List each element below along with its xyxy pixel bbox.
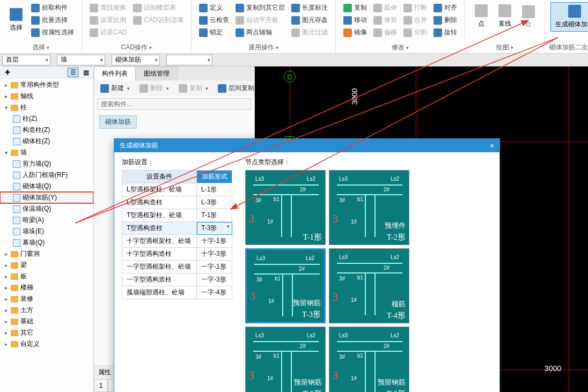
tree-door[interactable]: ▸门窗洞 <box>0 248 93 260</box>
settings-row[interactable]: 孤墙端部遇柱、砼墙一字-4形 <box>122 286 232 299</box>
tree-masonry-column[interactable]: 砌体柱(Z) <box>0 136 93 147</box>
node-type-thumb[interactable]: Ls3 Ls2 3# 2# 1# b1 3 预埋件 T-2形 <box>329 170 409 245</box>
settings-row[interactable]: 一字型遇框架柱、砼墙一字-1形 <box>122 261 232 273</box>
extend-button[interactable]: 延伸 <box>371 2 399 13</box>
line-button[interactable]: 直线 <box>494 2 516 31</box>
tree-column[interactable]: ▾柱 <box>0 102 93 113</box>
node-type-thumb[interactable]: Ls3 Ls2 3# 2# 1# b1 3 植筋 T-4形 <box>329 248 409 323</box>
tree-hidden-beam[interactable]: 暗梁(A) <box>0 215 93 226</box>
trim-button[interactable]: 修剪 <box>371 14 399 26</box>
tree-insulation-wall[interactable]: 保温墙(Q) <box>0 203 93 215</box>
col-form[interactable]: 加筋形式 <box>197 171 232 183</box>
define-button[interactable]: 定义 <box>197 2 231 13</box>
copy-icon <box>343 4 352 12</box>
lock-button[interactable]: 锁定 <box>197 27 231 38</box>
node-type-thumb[interactable]: Ls3 Ls2 3# 2# 1# b1 3 T-1形 <box>245 170 326 245</box>
tree-stair[interactable]: ▸楼梯 <box>0 282 93 293</box>
category-dropdown[interactable]: 墙 <box>57 55 105 65</box>
move-button[interactable]: 移动 <box>341 14 369 26</box>
settings-row[interactable]: 十字型遇框架柱、砼墙十字-1形 <box>122 235 232 248</box>
dialog-close-button[interactable]: × <box>490 142 494 150</box>
auto-level-button[interactable]: 自动平齐板 <box>233 14 287 26</box>
cad-options-button[interactable]: CAD识别选项 <box>131 14 185 26</box>
aux-axis-button[interactable]: 两点辅轴 <box>233 27 287 38</box>
tree-base[interactable]: ▸基础 <box>0 316 93 327</box>
restore-cad-button[interactable]: 还原CAD <box>87 27 129 38</box>
subtype-dropdown[interactable]: 砌体加筋 <box>112 55 160 65</box>
select-big-button[interactable]: 选择 <box>5 2 27 38</box>
node-type-thumb[interactable]: Ls3 Ls2 3# 2# 1# b1 3 预留钢筋 T-5形 <box>245 327 326 392</box>
mirror-button[interactable]: 镜像 <box>341 27 369 38</box>
break-button[interactable]: 打断 <box>401 2 429 13</box>
tree-wall-pier[interactable]: 墙垛(E) <box>0 226 93 237</box>
group-general-label: 通用操作 <box>196 42 331 53</box>
tree-masonry-wall[interactable]: 砌体墙(Q) <box>0 181 93 192</box>
context-dropdown-bar: 首层 墙 砌体加筋 <box>0 54 588 66</box>
tree-decor[interactable]: ▸装修 <box>0 293 93 305</box>
search-input[interactable] <box>97 98 251 110</box>
tree-custom[interactable]: ▸自定义 <box>0 338 93 350</box>
tree-slab[interactable]: ▸板 <box>0 271 93 282</box>
set-scale-button[interactable]: 设置比例 <box>87 14 129 26</box>
tree-earth[interactable]: ▸土方 <box>0 305 93 316</box>
settings-row[interactable]: T型遇构造柱T-3形 <box>122 222 232 235</box>
cloud-check-button[interactable]: 云检查 <box>197 14 231 26</box>
tree-other[interactable]: ▸其它 <box>0 327 93 338</box>
settings-row[interactable]: T型遇框架柱、砼墙T-1形 <box>122 209 232 222</box>
new-icon <box>100 84 109 93</box>
copy-to-layer-button[interactable]: 复制到其它层 <box>233 2 287 13</box>
tree-construct-column[interactable]: 构造柱(Z) <box>0 124 93 136</box>
select-by-prop-button[interactable]: 按属性选择 <box>29 27 76 38</box>
identify-floor-button[interactable]: 识别楼层表 <box>131 2 185 13</box>
floor-dropdown[interactable]: 首层 <box>2 55 50 65</box>
settings-row[interactable]: 一字型遇构造柱一字-3形 <box>122 273 232 286</box>
tab-drawing-manage[interactable]: 图纸管理 <box>136 66 178 80</box>
col-condition[interactable]: 设置条件 <box>122 171 197 183</box>
offset-button[interactable]: 偏移 <box>371 27 399 38</box>
tree-view-list-button[interactable]: ☰ <box>68 68 78 77</box>
generate-rebar-dialog: 生成砌体加筋 × 加筋设置： 设置条件 加筋形式 L型遇框架柱、砼墙L-1形L型… <box>114 138 500 392</box>
tree-curtain-wall[interactable]: 幕墙(Q) <box>0 237 93 248</box>
tree-defense-wall[interactable]: 人防门框墙(RF) <box>0 169 93 181</box>
delete-button[interactable]: 删除 <box>431 14 459 26</box>
tab-component-list[interactable]: 构件列表 <box>94 66 136 80</box>
column-icon <box>13 115 20 123</box>
tree-masonry-rebar[interactable]: 砌体加筋(Y) <box>0 192 93 203</box>
delete-comp-button[interactable]: 删除 <box>137 83 171 94</box>
tree-column-z[interactable]: 柱(Z) <box>0 113 93 124</box>
find-replace-button[interactable]: 查找替换 <box>87 2 129 13</box>
new-button[interactable]: 新建 <box>98 83 132 94</box>
merge-button[interactable]: 合并 <box>401 14 429 26</box>
copy-button[interactable]: 复制 <box>341 2 369 13</box>
dialog-title: 生成砌体加筋 <box>120 141 158 150</box>
offset-icon <box>373 28 382 37</box>
tree-expand-button[interactable]: ✚ <box>2 68 13 77</box>
merge-icon <box>403 16 412 25</box>
length-dim-button[interactable]: 长度标注 <box>289 2 330 13</box>
copy-comp-button[interactable]: 复制 <box>177 83 210 94</box>
batch-select-button[interactable]: 批量选择 <box>29 14 76 26</box>
tree-common[interactable]: ▸常用构件类型 <box>0 79 93 91</box>
tree-wall[interactable]: ▾墙 <box>0 147 93 158</box>
node-type-thumb[interactable]: Ls3 Ls2 3# 2# 1# b1 3 预留钢筋 T-3形 <box>245 248 326 323</box>
pick-component-button[interactable]: 拾取构件 <box>29 2 76 13</box>
tree-shear-wall[interactable]: 剪力墙(Q) <box>0 158 93 169</box>
settings-row[interactable]: 十字型遇构造柱十字-3形 <box>122 248 232 261</box>
prop-row-1[interactable]: 1 <box>94 379 108 392</box>
settings-row[interactable]: L型遇框架柱、砼墙L-1形 <box>122 183 232 196</box>
tree-view-grid-button[interactable]: ▦ <box>80 68 91 77</box>
point-button[interactable]: 点 <box>471 2 492 31</box>
split-button[interactable]: 分割 <box>401 27 429 38</box>
tree-axis[interactable]: ▸轴线 <box>0 91 93 102</box>
element-save-button[interactable]: 图元存盘 <box>289 14 330 26</box>
node-type-thumb[interactable]: Ls3 Ls2 3# 2# 1# b1 3 预留钢筋 T-6形 <box>329 327 409 392</box>
generate-masonry-rebar-button[interactable]: 生成砌体加筋 <box>550 2 588 32</box>
rotate-button[interactable]: 旋转 <box>431 27 459 38</box>
tree-beam[interactable]: ▸梁 <box>0 260 93 271</box>
settings-row[interactable]: L型遇构造柱L-3形 <box>122 196 232 209</box>
rect-button[interactable]: □ <box>518 2 539 31</box>
folder-icon <box>11 150 18 156</box>
instance-dropdown[interactable] <box>166 55 212 65</box>
align-button[interactable]: 对齐 <box>431 2 459 13</box>
element-filter-button[interactable]: 图元过滤 <box>289 27 330 38</box>
